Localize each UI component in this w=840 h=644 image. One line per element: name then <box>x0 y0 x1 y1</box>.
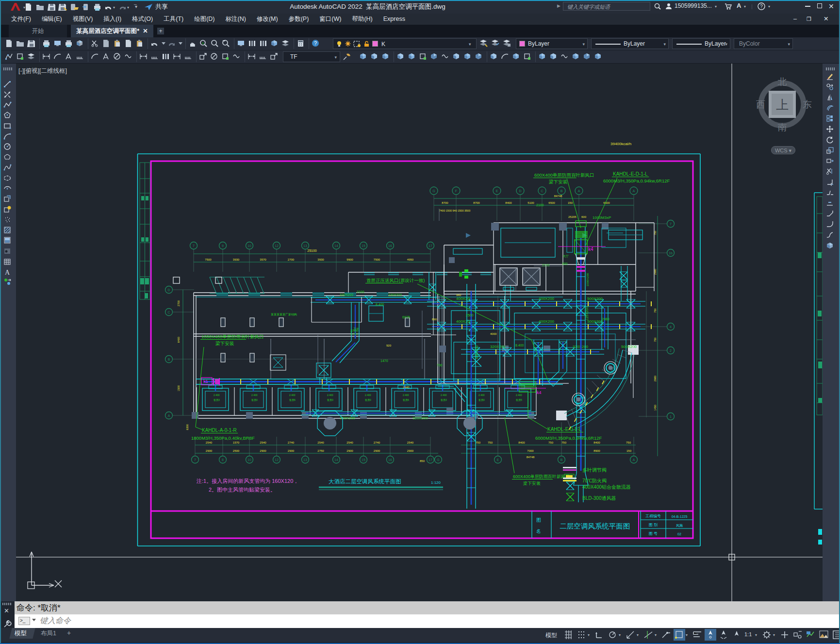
svg-text:梁下安装: 梁下安装 <box>215 341 234 346</box>
svg-text:13: 13 <box>303 244 307 248</box>
svg-text:84748: 84748 <box>554 195 562 198</box>
svg-text:3930: 3930 <box>233 258 240 261</box>
svg-text:400X400铝合金散流器: 400X400铝合金散流器 <box>582 484 631 490</box>
svg-text:3.700: 3.700 <box>350 332 358 335</box>
svg-text:330X200: 330X200 <box>340 293 353 297</box>
svg-text:7: 7 <box>670 222 672 226</box>
svg-text:750: 750 <box>654 308 657 313</box>
svg-text:39400kcal/h: 39400kcal/h <box>610 142 631 146</box>
svg-text:400X200: 400X200 <box>539 319 555 324</box>
svg-text:2940: 2940 <box>403 386 410 389</box>
svg-text:1570: 1570 <box>233 441 240 444</box>
svg-text:15: 15 <box>362 244 365 248</box>
svg-text:1500: 1500 <box>177 385 180 391</box>
svg-text:西: 西 <box>756 99 765 110</box>
svg-text:2: 2 <box>670 349 672 352</box>
svg-text:7: 7 <box>194 458 196 462</box>
svg-text:客房5: 客房5 <box>516 398 522 401</box>
svg-text:8: 8 <box>222 458 224 462</box>
svg-text:150: 150 <box>568 201 573 204</box>
svg-text:10: 10 <box>247 458 251 462</box>
svg-text:320X200: 320X200 <box>340 416 356 420</box>
svg-text:6000M3/H,350Pa,0.94kw,6R12F: 6000M3/H,350Pa,0.94kw,6R12F <box>603 178 670 183</box>
svg-text:500X200: 500X200 <box>621 345 637 349</box>
svg-text:E: E <box>496 189 498 193</box>
svg-text:6400: 6400 <box>177 337 180 343</box>
svg-text:1800M3/H,350Pa,0.40kv,BR8F: 1800M3/H,350Pa,0.40kv,BR8F <box>191 435 255 441</box>
svg-text:400X200: 400X200 <box>539 297 555 301</box>
svg-text:2500: 2500 <box>233 449 240 452</box>
svg-text:±: ± <box>202 41 204 45</box>
svg-text:1000X200: 1000X200 <box>586 273 589 286</box>
svg-text:?: ? <box>314 40 317 46</box>
svg-text:大酒店二层空调风系统平面图: 大酒店二层空调风系统平面图 <box>329 479 401 484</box>
svg-text:8.400: 8.400 <box>376 303 384 306</box>
svg-text:?: ? <box>760 4 763 9</box>
svg-text:15: 15 <box>362 458 365 462</box>
svg-text:890: 890 <box>432 318 437 321</box>
svg-text:2900: 2900 <box>260 449 266 452</box>
svg-text:7500: 7500 <box>374 258 380 261</box>
svg-text:8.400: 8.400 <box>515 344 524 347</box>
svg-text:2100: 2100 <box>357 290 364 294</box>
svg-text:1000M3xP: 1000M3xP <box>593 215 611 220</box>
svg-text:04-B-1225: 04-B-1225 <box>672 515 688 518</box>
svg-text:2.400: 2.400 <box>403 394 409 396</box>
svg-text:4950: 4950 <box>407 258 414 261</box>
svg-text:大厅: 大厅 <box>563 254 569 258</box>
svg-text:F: F <box>455 189 457 193</box>
svg-text:125X200: 125X200 <box>585 307 589 320</box>
svg-text:13: 13 <box>303 458 307 462</box>
svg-text:330X200: 330X200 <box>388 293 402 297</box>
svg-text:9900: 9900 <box>346 258 353 261</box>
svg-text:6500: 6500 <box>548 201 555 204</box>
svg-text:B: B <box>168 358 170 361</box>
svg-text:D: D <box>167 288 170 292</box>
svg-text:17: 17 <box>428 458 432 462</box>
svg-text:25205: 25205 <box>568 215 576 218</box>
svg-text:风施: 风施 <box>676 524 683 528</box>
svg-text:1:120: 1:120 <box>431 480 441 485</box>
svg-text:E: E <box>497 458 499 462</box>
svg-text:A: A <box>633 458 635 462</box>
svg-text:2.400: 2.400 <box>516 394 522 396</box>
svg-text:北: 北 <box>778 77 787 87</box>
svg-text:4000: 4000 <box>490 332 497 335</box>
svg-text:图 号: 图 号 <box>649 531 658 536</box>
svg-text:70℃防火阀: 70℃防火阀 <box>582 478 607 483</box>
svg-text:2980: 2980 <box>602 317 609 321</box>
svg-text:2900: 2900 <box>407 449 414 452</box>
svg-text:二层空调风系统平面图: 二层空调风系统平面图 <box>560 522 630 530</box>
svg-text:500X200: 500X200 <box>587 319 603 324</box>
svg-text:C: C <box>167 311 170 314</box>
svg-text:7000: 7000 <box>527 449 534 452</box>
svg-text:6300: 6300 <box>186 424 189 430</box>
svg-text:G: G <box>432 189 435 193</box>
svg-text:客房3: 客房3 <box>441 398 447 401</box>
svg-text:梁下安装: 梁下安装 <box>549 179 568 184</box>
svg-text:2540: 2540 <box>407 441 414 444</box>
svg-text:注:1。接入房间的新风支管均为 160X120，: 注:1。接入房间的新风支管均为 160X120， <box>196 478 298 484</box>
svg-text:12: 12 <box>275 244 279 248</box>
svg-text:4: 4 <box>670 325 672 329</box>
svg-text:B: B <box>560 458 563 462</box>
svg-text:2.400: 2.400 <box>214 394 220 396</box>
svg-text:02: 02 <box>677 532 681 536</box>
svg-text:1450: 1450 <box>654 405 657 411</box>
svg-text:3700: 3700 <box>350 329 358 332</box>
svg-text:某某某某某厂家结构: 某某某某某厂家结构 <box>271 313 297 316</box>
svg-text:B: B <box>560 189 563 193</box>
svg-text:3570: 3570 <box>260 258 266 261</box>
svg-text:2900: 2900 <box>206 449 213 452</box>
svg-text:2100: 2100 <box>536 203 544 207</box>
svg-text:750: 750 <box>476 441 481 444</box>
svg-text:8700: 8700 <box>473 201 480 204</box>
svg-text:850: 850 <box>420 460 425 462</box>
svg-text:2540: 2540 <box>206 441 213 444</box>
svg-text:A: A <box>168 414 170 417</box>
svg-text:k1: k1 <box>203 379 208 384</box>
svg-text:9: 9 <box>222 244 224 248</box>
svg-text:图 别: 图 别 <box>649 523 658 527</box>
svg-text:2900: 2900 <box>288 449 295 452</box>
svg-text:10: 10 <box>247 244 251 248</box>
